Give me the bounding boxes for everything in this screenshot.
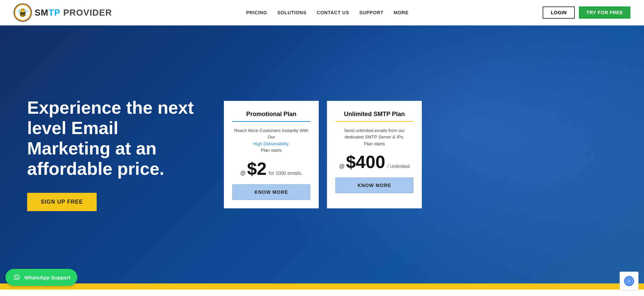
logo-text: SMTP PROVIDER — [35, 7, 112, 18]
signup-button[interactable]: SIGN UP FREE — [27, 193, 97, 211]
unlimited-plan-price: @ $400 / Unlimited — [339, 153, 410, 171]
promotional-plan-divider — [232, 121, 310, 122]
hero-content: Experience the next level Email Marketin… — [0, 98, 644, 211]
unlimited-plan-divider — [335, 121, 413, 122]
nav-item-contact[interactable]: CONTACT US — [317, 10, 349, 16]
svg-point-7 — [21, 8, 25, 12]
unlimited-plan-cta[interactable]: KNOW MORE — [335, 178, 413, 193]
nav-item-solutions[interactable]: SOLUTIONS — [277, 10, 307, 16]
hero-headline: Experience the next level Email Marketin… — [27, 98, 203, 179]
nav-item-more[interactable]: MORE — [394, 10, 409, 16]
logo[interactable]: SMTP PROVIDER — [14, 3, 112, 22]
recaptcha-badge — [620, 272, 639, 290]
promotional-plan-title: Promotional Plan — [246, 111, 296, 118]
promotional-plan-price: @ $2 for 1000 emails. — [240, 160, 303, 178]
plan-cards: Promotional Plan Reach More Customers In… — [224, 101, 422, 208]
unlimited-plan-desc: Send unlimited emails from our dedicated… — [335, 127, 413, 147]
unlimited-plan-card: Unlimited SMTP Plan Send unlimited email… — [327, 101, 422, 208]
unlimited-plan-title: Unlimited SMTP Plan — [344, 111, 405, 118]
nav-actions: LOGIN TRY FOR FREE — [543, 6, 630, 19]
svg-point-4 — [20, 13, 26, 17]
svg-point-8 — [21, 9, 22, 10]
try-for-free-button[interactable]: TRY FOR FREE — [579, 6, 630, 19]
whatsapp-label: WhatsApp Support — [24, 275, 71, 280]
promotional-plan-link[interactable]: High Deliverability. — [253, 141, 290, 146]
nav-links: PRICING SOLUTIONS CONTACT US SUPPORT MOR… — [246, 10, 409, 16]
bottom-bar — [0, 283, 644, 290]
logo-icon — [14, 3, 32, 22]
recaptcha-icon — [624, 276, 635, 286]
nav-item-pricing[interactable]: PRICING — [246, 10, 267, 16]
promotional-plan-card: Promotional Plan Reach More Customers In… — [224, 101, 319, 208]
navbar: SMTP PROVIDER PRICING SOLUTIONS CONTACT … — [0, 0, 644, 25]
nav-item-support[interactable]: SUPPORT — [359, 10, 384, 16]
hero-text-block: Experience the next level Email Marketin… — [27, 98, 203, 211]
login-button[interactable]: LOGIN — [543, 6, 575, 19]
promotional-plan-cta[interactable]: KNOW MORE — [232, 184, 310, 200]
whatsapp-support-button[interactable]: WhatsApp Support — [5, 269, 77, 286]
hero-section: Experience the next level Email Marketin… — [0, 25, 644, 283]
whatsapp-icon — [12, 273, 21, 282]
svg-point-10 — [12, 273, 21, 282]
promotional-plan-desc: Reach More Customers Instantly With Our … — [232, 127, 310, 154]
svg-point-9 — [23, 9, 24, 10]
